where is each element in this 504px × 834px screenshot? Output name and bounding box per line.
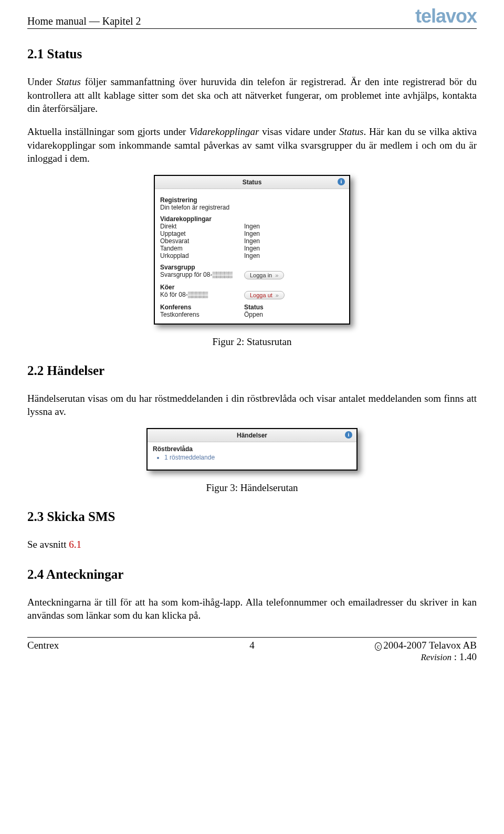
section-2-3-heading: 2.3 Skicka SMS [27,509,477,524]
konferens-status-heading: Status [244,304,344,311]
brand-logo: telavox [415,5,477,27]
cross-reference-link[interactable]: 6.1 [69,539,81,550]
header-left: Home manual — Kapitel 2 [27,15,141,27]
svarsgrupp-heading: Svarsgrupp [160,264,344,271]
voicemail-item[interactable]: 1 röstmeddelande [164,454,351,461]
footer-page-number: 4 [27,640,477,651]
konferens-heading: Konferens [160,304,244,311]
rostbrevlada-heading: Röstbrevlåda [153,445,351,453]
obfuscated-number: ▒▒▒▒▒ [212,271,232,278]
login-button[interactable]: Logga in» [244,271,284,279]
figure-2-caption: Figur 2: Statusrutan [27,336,477,348]
section-2-1-heading: 2.1 Status [27,47,477,61]
table-row: UrkoppladIngen [160,252,344,259]
table-row: UpptagetIngen [160,230,344,237]
handelser-panel-title: Händelser i [148,429,356,442]
section-2-2-para: Händelserutan visas om du har röstmeddel… [27,392,477,419]
page-footer: Centrex 4 c2004-2007 Telavox AB Revision… [27,637,477,663]
info-icon[interactable]: i [338,178,345,185]
figure-3-caption: Figur 3: Händelserutan [27,482,477,494]
figure-2: Status i Registrering Din telefon är reg… [27,175,477,325]
koer-row: Kö för 08-▒▒▒▒▒ Logga ut» [160,291,344,299]
footer-revision-value: : 1.40 [452,651,477,662]
koer-heading: Köer [160,284,344,291]
info-icon[interactable]: i [345,431,352,439]
chevron-right-icon: » [275,272,278,278]
section-2-4-para: Anteckningarna är till för att ha som ko… [27,596,477,622]
footer-revision-label: Revision [421,652,452,662]
logout-button[interactable]: Logga ut» [244,291,285,299]
section-2-1-para-1: Under Status följer sammanfattning över … [27,75,477,116]
status-panel-title: Status i [155,176,349,189]
konferens-row: Testkonferens Öppen [160,311,344,318]
registrering-heading: Registrering [160,196,344,204]
page-header: Home manual — Kapitel 2 telavox [27,5,477,29]
figure-3: Händelser i Röstbrevlåda 1 röstmeddeland… [27,428,477,471]
chevron-right-icon: » [276,292,279,298]
section-2-1-para-2: Aktuella inställningar som gjorts under … [27,125,477,165]
table-row: DirektIngen [160,223,344,230]
svarsgrupp-row: Svarsgrupp för 08-▒▒▒▒▒ Logga in» [160,271,344,279]
section-2-3-para: Se avsnitt 6.1 [27,538,477,551]
table-row: TandemIngen [160,245,344,252]
registrering-value: Din telefon är registrerad [160,204,344,211]
section-2-4-heading: 2.4 Anteckningar [27,567,477,582]
section-2-2-heading: 2.2 Händelser [27,363,477,378]
table-row: ObesvaratIngen [160,237,344,245]
obfuscated-number: ▒▒▒▒▒ [188,291,208,298]
vidarekopplingar-heading: Vidarekopplingar [160,215,344,223]
